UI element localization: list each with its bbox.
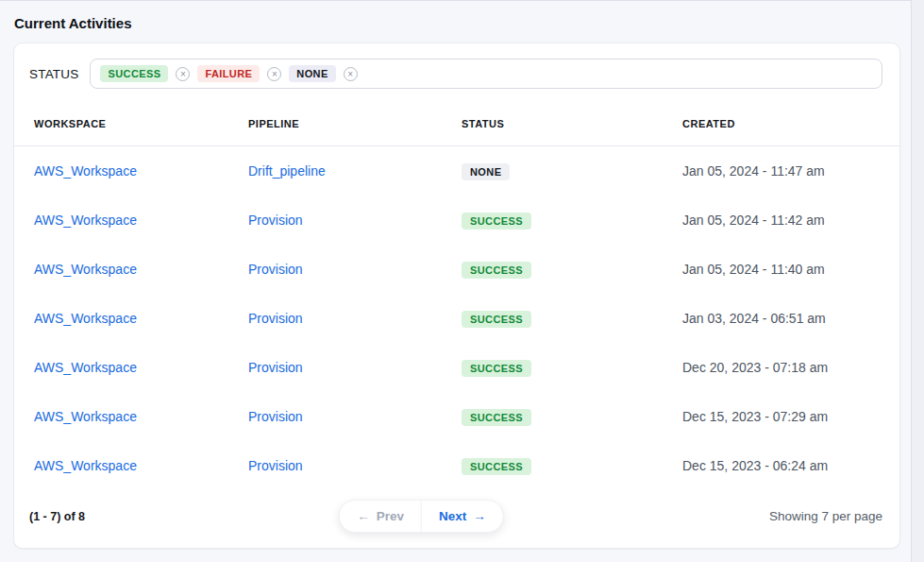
status-filter-input[interactable]: SUCCESS × FAILURE × NONE × <box>90 59 882 89</box>
prev-button[interactable]: ← Prev <box>340 501 421 532</box>
table-row: AWS_Workspace Provision SUCCESS Jan 05, … <box>14 245 899 294</box>
remove-chip-icon[interactable]: × <box>176 67 190 81</box>
created-timestamp: Jan 05, 2024 - 11:40 am <box>682 262 899 277</box>
status-badge: SUCCESS <box>462 458 531 475</box>
pagination-footer: (1 - 7) of 8 ← Prev Next → Showing 7 per… <box>14 490 899 548</box>
created-timestamp: Dec 15, 2023 - 07:29 am <box>682 409 899 424</box>
table-row: AWS_Workspace Provision SUCCESS Dec 15, … <box>14 392 899 441</box>
status-badge: SUCCESS <box>462 311 531 328</box>
column-header-pipeline: PIPELINE <box>248 118 462 129</box>
column-header-workspace: WORKSPACE <box>34 118 248 129</box>
workspace-link[interactable]: AWS_Workspace <box>34 163 137 179</box>
pipeline-link[interactable]: Provision <box>248 311 303 326</box>
remove-chip-icon[interactable]: × <box>267 67 281 81</box>
table-body: AWS_Workspace Drift_pipeline NONE Jan 05… <box>14 146 899 490</box>
column-header-status: STATUS <box>462 118 682 129</box>
pipeline-link[interactable]: Provision <box>248 458 303 473</box>
table-row: AWS_Workspace Provision SUCCESS Jan 03, … <box>14 294 899 343</box>
status-chip: SUCCESS <box>100 65 168 82</box>
table-row: AWS_Workspace Provision SUCCESS Jan 05, … <box>14 196 899 245</box>
table-row: AWS_Workspace Provision SUCCESS Dec 20, … <box>14 343 899 392</box>
status-badge: NONE <box>462 163 510 180</box>
filter-chips: SUCCESS × FAILURE × NONE × <box>100 65 357 82</box>
created-timestamp: Jan 05, 2024 - 11:42 am <box>682 213 899 228</box>
created-timestamp: Dec 20, 2023 - 07:18 am <box>682 360 899 375</box>
next-button-label: Next <box>439 509 466 523</box>
current-activities-panel: Current Activities STATUS SUCCESS × FAIL… <box>0 0 912 562</box>
status-filter-label: STATUS <box>29 67 78 81</box>
status-badge: SUCCESS <box>462 360 531 377</box>
workspace-link[interactable]: AWS_Workspace <box>34 458 137 473</box>
remove-chip-icon[interactable]: × <box>344 67 358 81</box>
pipeline-link[interactable]: Provision <box>248 360 303 375</box>
table-row: AWS_Workspace Provision SUCCESS Dec 15, … <box>14 441 899 490</box>
created-timestamp: Dec 15, 2023 - 06:24 am <box>682 458 899 473</box>
workspace-link[interactable]: AWS_Workspace <box>34 409 137 424</box>
table-header-row: WORKSPACE PIPELINE STATUS CREATED <box>14 102 899 146</box>
prev-arrow-icon: ← <box>357 509 370 523</box>
per-page-text: Showing 7 per page <box>769 509 882 523</box>
status-chip: NONE <box>289 65 335 82</box>
next-button[interactable]: Next → <box>421 501 503 532</box>
status-chip: FAILURE <box>197 65 260 82</box>
pager: ← Prev Next → <box>339 500 504 533</box>
created-timestamp: Jan 03, 2024 - 06:51 am <box>682 311 899 326</box>
page-title: Current Activities <box>0 1 911 43</box>
next-arrow-icon: → <box>473 509 486 523</box>
pipeline-link[interactable]: Provision <box>248 262 303 277</box>
prev-button-label: Prev <box>377 509 404 523</box>
created-timestamp: Jan 05, 2024 - 11:47 am <box>682 163 899 179</box>
status-filter-row: STATUS SUCCESS × FAILURE × NONE × <box>14 43 899 102</box>
column-header-created: CREATED <box>682 118 899 129</box>
activities-card: STATUS SUCCESS × FAILURE × NONE × WORKSP… <box>13 43 900 549</box>
workspace-link[interactable]: AWS_Workspace <box>34 360 137 375</box>
pipeline-link[interactable]: Provision <box>248 409 303 424</box>
pipeline-link[interactable]: Provision <box>248 213 303 228</box>
status-badge: SUCCESS <box>462 213 531 230</box>
workspace-link[interactable]: AWS_Workspace <box>34 311 137 326</box>
workspace-link[interactable]: AWS_Workspace <box>34 262 137 277</box>
workspace-link[interactable]: AWS_Workspace <box>34 213 137 228</box>
table-row: AWS_Workspace Drift_pipeline NONE Jan 05… <box>14 146 899 196</box>
result-range-text: (1 - 7) of 8 <box>29 510 85 523</box>
pipeline-link[interactable]: Drift_pipeline <box>248 163 326 179</box>
status-badge: SUCCESS <box>462 262 531 279</box>
status-badge: SUCCESS <box>462 409 531 426</box>
